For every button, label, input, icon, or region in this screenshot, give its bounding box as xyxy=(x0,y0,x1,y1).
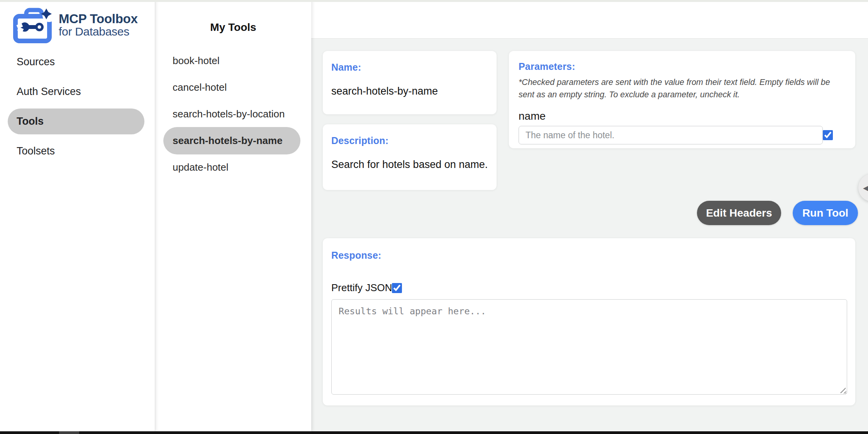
response-card: Response: Prettify JSON xyxy=(323,238,855,405)
app-logo: MCP Toolbox for Databases xyxy=(13,8,144,40)
prettify-json-label: Prettify JSON xyxy=(331,282,392,294)
response-heading: Response: xyxy=(331,250,847,261)
sidebar-item-tools[interactable]: Tools xyxy=(8,108,144,134)
sidebar-item-auth-services[interactable]: Auth Services xyxy=(8,79,144,104)
parameters-note-line-1: *Checked parameters are sent with the va… xyxy=(519,76,846,88)
logo-subtitle: for Databases xyxy=(59,25,137,38)
parameter-name-input[interactable] xyxy=(519,126,823,144)
description-card: Description: Search for hotels based on … xyxy=(323,124,497,190)
tools-panel: My Tools book-hotelcancel-hotelsearch-ho… xyxy=(155,0,311,431)
tool-name-value: search-hotels-by-name xyxy=(331,85,488,97)
name-heading: Name: xyxy=(331,62,488,73)
parameter-row xyxy=(519,126,846,144)
parameters-card: Parameters: *Checked parameters are sent… xyxy=(509,51,855,148)
window-top-edge xyxy=(0,0,868,2)
bottom-edge-bar-segment xyxy=(59,431,79,434)
run-tool-button[interactable]: Run Tool xyxy=(793,201,858,225)
parameter-name-label: name xyxy=(519,110,846,122)
name-card: Name: search-hotels-by-name xyxy=(323,51,497,114)
sidebar-nav: SourcesAuth ServicesToolsToolsets xyxy=(0,47,155,166)
tool-item-search-hotels-by-location[interactable]: search-hotels-by-location xyxy=(163,103,300,125)
parameters-note-line-2: sent as an empty string. To exclude a pa… xyxy=(519,88,846,101)
logo-title: MCP Toolbox xyxy=(59,12,137,25)
tool-item-search-hotels-by-name[interactable]: search-hotels-by-name xyxy=(163,127,300,154)
tool-item-cancel-hotel[interactable]: cancel-hotel xyxy=(163,76,300,98)
tools-panel-title: My Tools xyxy=(155,21,311,34)
panel-toggle-button[interactable]: ◀ xyxy=(858,174,868,202)
parameter-name-checkbox[interactable] xyxy=(823,130,833,140)
prettify-row: Prettify JSON xyxy=(331,282,847,294)
response-output-wrapper xyxy=(331,299,847,395)
prettify-json-checkbox[interactable] xyxy=(392,283,402,293)
sidebar: MCP Toolbox for Databases SourcesAuth Se… xyxy=(0,0,155,431)
sidebar-item-sources[interactable]: Sources xyxy=(8,49,144,75)
parameters-heading: Parameters: xyxy=(519,61,846,72)
sidebar-item-toolsets[interactable]: Toolsets xyxy=(8,139,144,164)
response-output-textarea[interactable] xyxy=(331,299,847,395)
collapse-left-icon: ◀ xyxy=(863,182,868,194)
main-header xyxy=(311,0,868,39)
toolbox-logo-icon xyxy=(13,8,52,43)
edit-headers-button[interactable]: Edit Headers xyxy=(697,201,781,225)
tool-list: book-hotelcancel-hotelsearch-hotels-by-l… xyxy=(155,47,311,181)
description-heading: Description: xyxy=(331,135,488,146)
bottom-edge-bar xyxy=(0,431,868,434)
tool-item-update-hotel[interactable]: update-hotel xyxy=(163,156,300,178)
main-content: Name: search-hotels-by-name Description:… xyxy=(311,0,868,431)
tool-item-book-hotel[interactable]: book-hotel xyxy=(163,50,300,72)
tool-description-value: Search for hotels based on name. xyxy=(331,159,488,171)
